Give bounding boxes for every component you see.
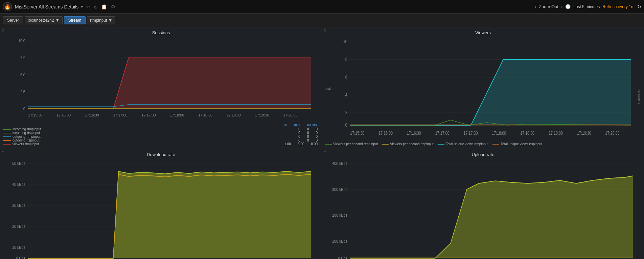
outgoing-rtmp-color: [3, 136, 11, 137]
svg-text:17:20:00: 17:20:00: [605, 130, 620, 136]
dashboard-title[interactable]: MistServer All Streams Details: [15, 4, 78, 9]
download-chart-panel: ⠿ Download rate 50 kBps 40 kBps 30 kBps …: [0, 149, 322, 259]
svg-text:17:17:30: 17:17:30: [142, 113, 156, 117]
svg-text:17:15:30: 17:15:30: [350, 130, 364, 136]
svg-text:17:19:00: 17:19:00: [227, 113, 241, 117]
server-button[interactable]: Server: [3, 16, 23, 24]
vl-color-4: [492, 144, 499, 145]
upload-chart-title: Upload rate: [325, 152, 641, 157]
svg-text:17:18:30: 17:18:30: [520, 130, 534, 136]
viewers-rtmp-color: [3, 144, 11, 145]
svg-text:10.0: 10.0: [18, 39, 25, 43]
download-chart-title: Download rate: [3, 152, 319, 157]
svg-text:50 kBps: 50 kBps: [12, 161, 25, 166]
svg-text:17:16:30: 17:16:30: [85, 113, 99, 117]
time-range-label: Last 5 minutes: [573, 4, 600, 9]
sessions-legend: min max current incoming rtmpinput 000 i…: [3, 123, 319, 146]
svg-text:17:20:00: 17:20:00: [283, 113, 298, 117]
svg-text:17:18:00: 17:18:00: [492, 130, 506, 136]
legend-row-viewers-rtmp: viewers rtmpinput 1.008.008.00: [3, 142, 319, 146]
svg-text:8: 8: [345, 57, 347, 62]
svg-text:17:16:30: 17:16:30: [407, 130, 421, 136]
zoom-out-button[interactable]: Zoom Out: [539, 4, 558, 9]
upload-chart-area: 400 kBps 300 kBps 200 kBps 100 kBps 0 Bp…: [325, 158, 641, 259]
svg-marker-45: [350, 60, 631, 125]
title-dropdown-icon[interactable]: ▼: [80, 4, 84, 9]
svg-text:5.0: 5.0: [20, 72, 25, 77]
viewers-legend: Viewers per second rtmpinput Viewers per…: [325, 142, 641, 146]
upload-drag-handle[interactable]: ⠿: [324, 151, 326, 154]
svg-text:40 kBps: 40 kBps: [12, 182, 25, 187]
bookmark-icon[interactable]: 📋: [101, 4, 107, 9]
svg-text:17:18:30: 17:18:30: [198, 113, 212, 117]
charts-grid: ⠿ Sessions 10.0 7.5 5.0 2.5 0 17:15:30 1…: [0, 27, 644, 259]
svg-text:300 kBps: 300 kBps: [332, 187, 347, 192]
svg-text:100 kBps: 100 kBps: [332, 239, 347, 244]
refresh-icon[interactable]: ↻: [637, 4, 641, 9]
svg-text:17:16:00: 17:16:00: [56, 113, 71, 117]
host-dropdown-icon: ▼: [55, 18, 60, 23]
refresh-label[interactable]: Refresh every 1m: [602, 4, 635, 9]
sessions-legend-header: min max current: [3, 123, 319, 127]
download-svg: 50 kBps 40 kBps 30 kBps 20 kBps 10 kBps …: [3, 158, 319, 259]
svg-text:17:17:00: 17:17:00: [113, 113, 128, 117]
vl-color-3: [438, 144, 444, 145]
legend-row-incoming-rtsp: incoming rtspinput 000: [3, 131, 319, 135]
svg-text:6: 6: [345, 74, 347, 80]
share-icon[interactable]: ⎋: [94, 4, 97, 9]
zoom-prev-icon[interactable]: ‹: [535, 4, 536, 9]
viewers-drag-handle[interactable]: ⠿: [324, 29, 326, 33]
svg-text:17:19:00: 17:19:00: [549, 130, 563, 136]
svg-marker-89: [350, 176, 633, 258]
settings-icon[interactable]: ⚙: [111, 4, 115, 9]
outgoing-rtsp-color: [3, 140, 11, 141]
svg-text:0: 0: [23, 107, 25, 111]
svg-text:17:16:00: 17:16:00: [378, 130, 393, 136]
svg-text:🔥: 🔥: [4, 3, 11, 10]
legend-row-incoming-rtmp: incoming rtmpinput 000: [3, 127, 319, 131]
per-second-axis-label: Per second: [638, 89, 641, 104]
svg-text:2.5: 2.5: [20, 90, 25, 94]
sessions-chart-panel: ⠿ Sessions 10.0 7.5 5.0 2.5 0 17:15:30 1…: [0, 27, 322, 149]
viewers-svg: 10 8 6 4 2 0 17:15:30 17:16:00 17:16:30 …: [325, 37, 641, 141]
sessions-chart-area: 10.0 7.5 5.0 2.5 0 17:15:30 17:16:00 17:…: [3, 37, 319, 122]
legend-row-outgoing-rtsp: outgoing rtspinput 000: [3, 138, 319, 142]
svg-text:10: 10: [343, 39, 347, 45]
total-axis-label: Total: [324, 87, 330, 90]
svg-text:30 kBps: 30 kBps: [12, 203, 25, 208]
svg-text:0 Bps: 0 Bps: [16, 256, 25, 259]
zoom-controls: ‹ Zoom Out › 🕐 Last 5 minutes Refresh ev…: [535, 4, 641, 9]
svg-text:17:15:30: 17:15:30: [28, 113, 42, 117]
legend-row-outgoing-rtmp: outgoing rtmpinput 000: [3, 135, 319, 138]
svg-text:200 kBps: 200 kBps: [332, 213, 347, 218]
navbar: Server localhost:4242 ▼ Stream rtmpinput…: [0, 14, 644, 27]
zoom-next-icon[interactable]: ›: [561, 4, 562, 9]
svg-marker-22: [113, 58, 311, 109]
upload-chart-panel: ⠿ Upload rate 400 kBps 300 kBps 200 kBps…: [322, 149, 644, 259]
viewers-chart-area: Total Per second 10 8 6 4 2 0 17:15:30: [325, 37, 641, 141]
svg-text:7.5: 7.5: [20, 56, 25, 60]
svg-text:4: 4: [345, 92, 347, 98]
stream-name-dropdown[interactable]: rtmpinput ▼: [87, 16, 115, 24]
app-icon[interactable]: 🔥: [3, 2, 12, 12]
svg-text:17:19:30: 17:19:30: [577, 130, 591, 136]
svg-text:0 Bps: 0 Bps: [338, 256, 347, 259]
incoming-rtmp-color: [3, 129, 11, 130]
stream-dropdown-icon: ▼: [108, 18, 112, 23]
host-dropdown[interactable]: localhost:4242 ▼: [25, 16, 62, 24]
download-drag-handle[interactable]: ⠿: [2, 151, 4, 154]
topbar: 🔥 MistServer All Streams Details ▼ ☆ ⎋ 📋…: [0, 0, 644, 14]
viewers-chart-title: Viewers: [325, 30, 641, 35]
svg-text:17:17:30: 17:17:30: [464, 130, 478, 136]
viewers-chart-panel: ⠿ Viewers Total Per second 10 8 6 4 2: [322, 27, 644, 149]
upload-svg: 400 kBps 300 kBps 200 kBps 100 kBps 0 Bp…: [325, 158, 641, 259]
star-icon[interactable]: ☆: [86, 4, 90, 9]
svg-text:17:17:00: 17:17:00: [435, 130, 450, 136]
svg-text:10 kBps: 10 kBps: [12, 244, 25, 250]
stream-button[interactable]: Stream: [64, 16, 86, 24]
clock-icon: 🕐: [565, 4, 571, 9]
sessions-svg: 10.0 7.5 5.0 2.5 0 17:15:30 17:16:00 17:…: [3, 37, 319, 122]
svg-text:17:18:00: 17:18:00: [170, 113, 184, 117]
svg-text:17:19:30: 17:19:30: [255, 113, 269, 117]
sessions-drag-handle[interactable]: ⠿: [2, 29, 4, 33]
